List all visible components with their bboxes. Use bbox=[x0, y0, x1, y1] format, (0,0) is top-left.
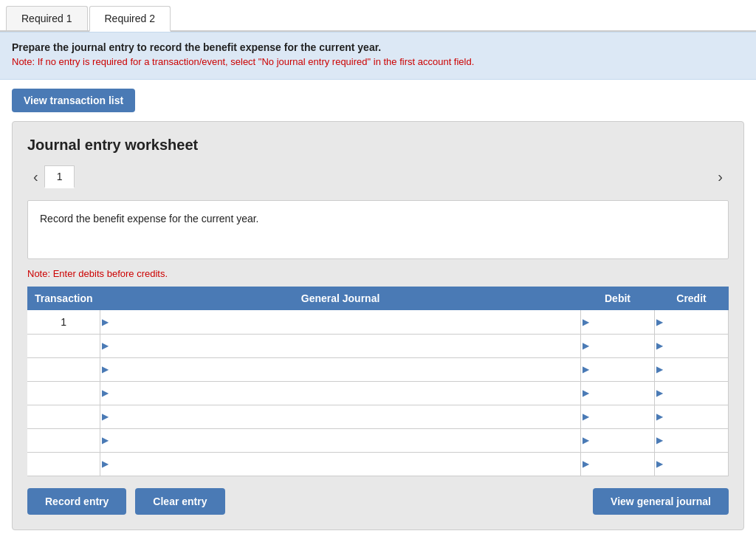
debit-arrow-icon-1: ▶ bbox=[583, 317, 589, 327]
credit-input-4[interactable] bbox=[655, 382, 728, 405]
table-row: 1 ▶ ▶ ▶ bbox=[27, 310, 729, 334]
debit-cell-1: ▶ bbox=[581, 310, 655, 334]
transaction-number-7 bbox=[27, 452, 100, 476]
credit-cell-7: ▶ bbox=[655, 452, 729, 476]
credit-input-5[interactable] bbox=[655, 405, 728, 428]
credit-cell-2: ▶ bbox=[655, 334, 729, 357]
gj-cell-1: ▶ bbox=[100, 310, 581, 334]
table-row: ▶ ▶ ▶ bbox=[27, 334, 729, 357]
credit-cell-3: ▶ bbox=[655, 357, 729, 381]
debit-input-1[interactable] bbox=[581, 310, 654, 334]
gj-cell-6: ▶ bbox=[100, 428, 581, 452]
transaction-number-6 bbox=[27, 428, 100, 452]
worksheet-container: Journal entry worksheet ‹ 1 › Record the… bbox=[12, 121, 744, 530]
gj-cell-5: ▶ bbox=[100, 405, 581, 428]
record-entry-button[interactable]: Record entry bbox=[27, 488, 126, 515]
gj-cell-3: ▶ bbox=[100, 357, 581, 381]
credit-input-6[interactable] bbox=[655, 429, 728, 452]
gj-input-4[interactable] bbox=[100, 382, 580, 405]
credit-arrow-icon-1: ▶ bbox=[656, 317, 663, 327]
credit-cell-6: ▶ bbox=[655, 428, 729, 452]
credit-arrow-icon-7: ▶ bbox=[656, 459, 663, 469]
cell-arrow-icon: ▶ bbox=[102, 411, 109, 422]
tab-required1[interactable]: Required 1 bbox=[6, 6, 88, 30]
current-page-indicator: 1 bbox=[44, 165, 75, 188]
clear-entry-button[interactable]: Clear entry bbox=[135, 488, 224, 515]
view-transaction-button[interactable]: View transaction list bbox=[12, 89, 135, 112]
view-general-journal-button[interactable]: View general journal bbox=[593, 488, 729, 515]
gj-cell-2: ▶ bbox=[100, 334, 581, 357]
credit-cell-4: ▶ bbox=[655, 381, 729, 405]
credit-arrow-icon-3: ▶ bbox=[656, 364, 663, 374]
debit-note: Note: Enter debits before credits. bbox=[27, 268, 729, 279]
table-row: ▶ ▶ ▶ bbox=[27, 428, 729, 452]
table-row: ▶ ▶ ▶ bbox=[27, 405, 729, 428]
transaction-number-5 bbox=[27, 405, 100, 428]
instruction-banner: Prepare the journal entry to record the … bbox=[0, 32, 756, 80]
gj-cell-7: ▶ bbox=[100, 452, 581, 476]
cell-arrow-icon: ▶ bbox=[102, 364, 109, 374]
prev-page-button[interactable]: ‹ bbox=[27, 165, 44, 188]
credit-arrow-icon-6: ▶ bbox=[656, 435, 663, 445]
gj-input-1[interactable] bbox=[100, 310, 580, 334]
col-header-credit: Credit bbox=[655, 287, 729, 310]
entry-description: Record the benefit expense for the curre… bbox=[27, 200, 729, 259]
debit-arrow-icon-7: ▶ bbox=[583, 459, 589, 469]
debit-input-3[interactable] bbox=[581, 358, 654, 381]
worksheet-title: Journal entry worksheet bbox=[27, 137, 729, 154]
col-header-debit: Debit bbox=[581, 287, 655, 310]
debit-input-4[interactable] bbox=[581, 382, 654, 405]
gj-input-3[interactable] bbox=[100, 358, 580, 381]
gj-cell-4: ▶ bbox=[100, 381, 581, 405]
instruction-main-text: Prepare the journal entry to record the … bbox=[12, 41, 744, 53]
debit-input-6[interactable] bbox=[581, 429, 654, 452]
debit-input-7[interactable] bbox=[581, 453, 654, 476]
action-buttons-row: Record entry Clear entry View general jo… bbox=[27, 488, 729, 515]
credit-cell-1: ▶ bbox=[655, 310, 729, 334]
debit-input-2[interactable] bbox=[581, 335, 654, 357]
debit-cell-5: ▶ bbox=[581, 405, 655, 428]
debit-cell-4: ▶ bbox=[581, 381, 655, 405]
credit-arrow-icon-2: ▶ bbox=[656, 340, 663, 351]
debit-arrow-icon-4: ▶ bbox=[583, 388, 589, 398]
credit-cell-5: ▶ bbox=[655, 405, 729, 428]
credit-input-7[interactable] bbox=[655, 453, 728, 476]
credit-input-1[interactable] bbox=[655, 310, 728, 334]
cell-arrow-icon: ▶ bbox=[102, 435, 109, 445]
debit-arrow-icon-3: ▶ bbox=[583, 364, 589, 374]
debit-cell-6: ▶ bbox=[581, 428, 655, 452]
tab-required2[interactable]: Required 2 bbox=[89, 6, 171, 32]
credit-input-3[interactable] bbox=[655, 358, 728, 381]
col-header-general-journal: General Journal bbox=[100, 287, 581, 310]
nav-row: ‹ 1 › bbox=[27, 165, 729, 188]
table-row: ▶ ▶ ▶ bbox=[27, 381, 729, 405]
cell-arrow-icon: ▶ bbox=[102, 317, 109, 327]
transaction-number-2 bbox=[27, 334, 100, 357]
debit-cell-2: ▶ bbox=[581, 334, 655, 357]
credit-input-2[interactable] bbox=[655, 335, 728, 357]
page-wrapper: Required 1 Required 2 Prepare the journa… bbox=[0, 0, 756, 545]
debit-input-5[interactable] bbox=[581, 405, 654, 428]
debit-arrow-icon-5: ▶ bbox=[583, 411, 589, 422]
credit-arrow-icon-5: ▶ bbox=[656, 411, 663, 422]
journal-table: Transaction General Journal Debit Credit… bbox=[27, 287, 729, 476]
buttons-spacer bbox=[234, 488, 585, 515]
gj-input-5[interactable] bbox=[100, 405, 580, 428]
gj-input-7[interactable] bbox=[100, 453, 580, 476]
cell-arrow-icon: ▶ bbox=[102, 459, 109, 469]
debit-cell-7: ▶ bbox=[581, 452, 655, 476]
tabs-bar: Required 1 Required 2 bbox=[0, 0, 756, 32]
instruction-note-text: Note: If no entry is required for a tran… bbox=[12, 56, 744, 67]
table-row: ▶ ▶ ▶ bbox=[27, 357, 729, 381]
debit-cell-3: ▶ bbox=[581, 357, 655, 381]
entry-description-text: Record the benefit expense for the curre… bbox=[40, 213, 259, 224]
cell-arrow-icon: ▶ bbox=[102, 340, 109, 351]
transaction-number-1: 1 bbox=[27, 310, 100, 334]
cell-arrow-icon: ▶ bbox=[102, 388, 109, 398]
gj-input-2[interactable] bbox=[100, 335, 580, 357]
next-page-button[interactable]: › bbox=[712, 165, 729, 188]
credit-arrow-icon-4: ▶ bbox=[656, 388, 663, 398]
debit-arrow-icon-2: ▶ bbox=[583, 340, 589, 351]
table-row: ▶ ▶ ▶ bbox=[27, 452, 729, 476]
gj-input-6[interactable] bbox=[100, 429, 580, 452]
